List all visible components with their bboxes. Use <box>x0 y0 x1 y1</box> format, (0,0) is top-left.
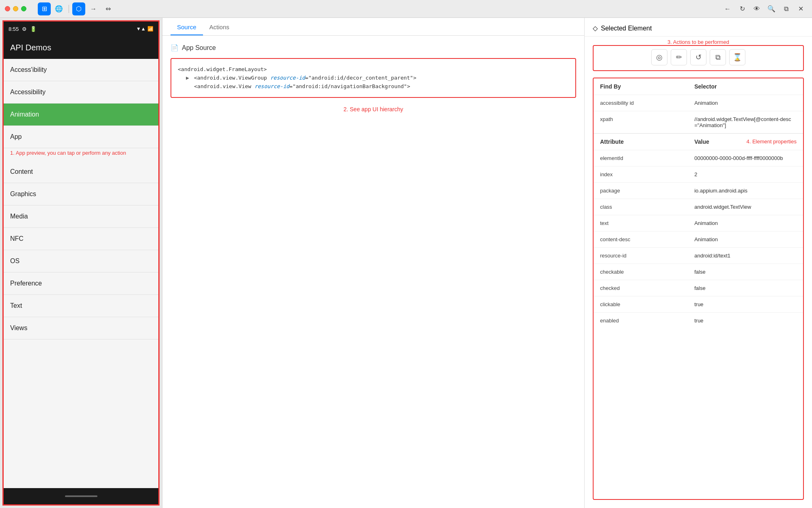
list-item-media[interactable]: Media <box>4 205 158 228</box>
tab-source[interactable]: Source <box>171 18 203 35</box>
right-panel: ◇ Selected Element 3. Actions to be perf… <box>585 18 812 508</box>
doc-icon: 📄 <box>171 44 179 52</box>
wait-button[interactable]: ⌛ <box>729 49 745 65</box>
list-item-graphics[interactable]: Graphics <box>4 183 158 205</box>
center-content: 📄 App Source <android.widget.FrameLayout… <box>162 36 584 508</box>
android-nav-bar <box>4 488 158 504</box>
status-right: ▼▲ 📶 <box>136 26 153 32</box>
list-item-views[interactable]: Views <box>4 317 158 339</box>
attr-row-class: class android.widget.TextView <box>594 199 803 215</box>
tab-actions[interactable]: Actions <box>203 18 236 35</box>
app-title: API Demos <box>10 43 51 52</box>
actions-label: 3. Actions to be performed <box>585 37 812 45</box>
find-by-row-1: xpath //android.widget.TextView[@content… <box>594 111 803 133</box>
diamond-icon: ◇ <box>593 24 598 32</box>
android-toolbar: API Demos <box>4 36 158 59</box>
selected-element-header: ◇ Selected Element <box>585 18 812 37</box>
traffic-lights <box>5 6 26 11</box>
toolbar-right: ← ↻ 👁 🔍 ⧉ ✕ <box>721 2 807 15</box>
element-props-label: 4. Element properties <box>746 138 797 145</box>
settings-icon: ⚙ <box>22 26 27 32</box>
attr-row-resource-id: resource-id android:id/text1 <box>594 248 803 264</box>
tap-button[interactable]: ◎ <box>651 49 667 65</box>
find-by-col1-header: Find By <box>594 78 688 95</box>
list-item-animation[interactable]: Animation <box>4 104 158 126</box>
list-item-accessiblity[interactable]: Access'ibility <box>4 59 158 81</box>
type-button[interactable]: ✏ <box>671 49 687 65</box>
android-status-bar: 8:55 ⚙ 🔋 ▼▲ 📶 <box>4 22 158 36</box>
attr-row-checked: checked false <box>594 280 803 296</box>
list-item-text[interactable]: Text <box>4 295 158 317</box>
xml-child1: ▶ <android.view.ViewGroup resource-id="a… <box>186 74 569 82</box>
attr-row-clickable: clickable true <box>594 296 803 313</box>
refresh-icon[interactable]: ↻ <box>736 2 749 15</box>
attr-col2-header: Value 4. Element properties <box>688 134 803 150</box>
nav-handle <box>65 495 97 497</box>
title-bar: ⊞ 🌐 ⬡ → ⇔ ← ↻ 👁 🔍 ⧉ ✕ <box>0 0 812 18</box>
list-item-accessibility[interactable]: Accessibility <box>4 81 158 104</box>
hierarchy-note: 2. See app UI hierarchy <box>171 106 576 112</box>
xml-root: <android.widget.FrameLayout> <box>178 65 569 74</box>
maximize-window-button[interactable] <box>21 6 26 11</box>
find-by-col2-header: Selector <box>688 78 803 95</box>
list-item-app[interactable]: App <box>4 126 158 148</box>
copy-icon[interactable]: ⧉ <box>780 2 793 15</box>
close-icon[interactable]: ✕ <box>794 2 807 15</box>
selected-element-title: ◇ Selected Element <box>593 24 804 32</box>
attr-row-elementId: elementId 00000000-0000-000d-ffff-ffff00… <box>594 150 803 166</box>
eye-icon[interactable]: 👁 <box>750 2 763 15</box>
grid-icon[interactable]: ⊞ <box>38 2 51 15</box>
search-icon[interactable]: 🔍 <box>765 2 778 15</box>
xml-child2: <android.view.View resource-id="android:… <box>194 82 569 91</box>
arrow-right-icon[interactable]: → <box>87 2 100 15</box>
cursor-icon[interactable]: ⬡ <box>72 2 85 15</box>
list-item-content[interactable]: Content <box>4 161 158 183</box>
battery-icon: 🔋 <box>30 26 37 32</box>
signal-icon: 📶 <box>147 26 153 32</box>
wifi-icon: ▼▲ <box>136 26 146 32</box>
find-by-header: Find By Selector <box>594 78 803 95</box>
attr-row-content-desc: content-desc Animation <box>594 231 803 248</box>
copy-element-button[interactable]: ⧉ <box>710 49 726 65</box>
find-by-row-0: accessibility id Animation <box>594 95 803 111</box>
status-left: 8:55 ⚙ 🔋 <box>9 26 37 32</box>
attr-row-text: text Animation <box>594 215 803 231</box>
close-window-button[interactable] <box>5 6 10 11</box>
action-buttons-container: ◎ ✏ ↺ ⧉ ⌛ <box>593 45 804 71</box>
find-by-section: Find By Selector accessibility id Animat… <box>594 78 803 133</box>
globe-icon[interactable]: 🌐 <box>52 2 65 15</box>
back-icon[interactable]: ← <box>721 2 734 15</box>
minimize-window-button[interactable] <box>13 6 18 11</box>
app-source-title: 📄 App Source <box>171 44 576 52</box>
android-list: Access'ibility Accessibility Animation A… <box>4 59 158 488</box>
attr-row-package: package io.appium.android.apis <box>594 183 803 199</box>
toolbar: ⊞ 🌐 ⬡ → ⇔ <box>38 2 114 15</box>
properties-box: Find By Selector accessibility id Animat… <box>593 78 804 500</box>
expand-icon[interactable]: ▶ <box>186 75 189 81</box>
time-label: 8:55 <box>9 26 19 32</box>
attr-col1-header: Attribute <box>594 134 688 150</box>
main-layout: 8:55 ⚙ 🔋 ▼▲ 📶 API Demos Access'ibility A… <box>0 18 812 508</box>
attr-row-index: index 2 <box>594 166 803 183</box>
xml-source-box: <android.widget.FrameLayout> ▶ <android.… <box>171 58 576 98</box>
list-item-os[interactable]: OS <box>4 250 158 272</box>
app-preview-note: 1. App preview, you can tap or perform a… <box>4 148 158 161</box>
list-item-preference[interactable]: Preference <box>4 272 158 295</box>
device-panel: 8:55 ⚙ 🔋 ▼▲ 📶 API Demos Access'ibility A… <box>0 18 162 508</box>
swap-icon[interactable]: ⇔ <box>102 2 114 15</box>
clear-button[interactable]: ↺ <box>690 49 706 65</box>
attributes-header: Attribute Value 4. Element properties <box>594 134 803 150</box>
toolbar-divider <box>69 5 69 13</box>
center-panel: Source Actions 📄 App Source <android.wid… <box>162 18 585 508</box>
tab-bar: Source Actions <box>162 18 584 36</box>
list-item-nfc[interactable]: NFC <box>4 228 158 250</box>
android-device: 8:55 ⚙ 🔋 ▼▲ 📶 API Demos Access'ibility A… <box>2 20 160 506</box>
attr-row-enabled: enabled true <box>594 313 803 329</box>
attr-row-checkable: checkable false <box>594 264 803 280</box>
